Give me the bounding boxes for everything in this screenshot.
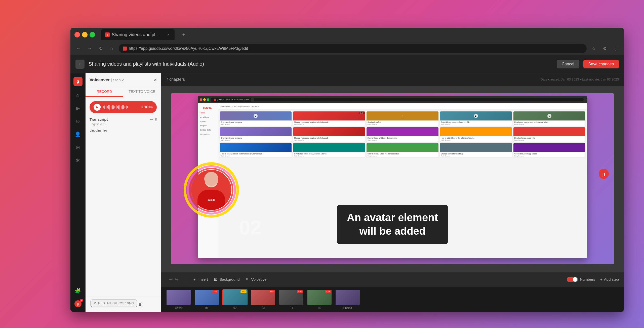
- video-title: How to add step-by-step on Intercom Arti…: [514, 121, 584, 123]
- inner-header-text: Sharing videos and playlists with Indivi…: [220, 105, 259, 107]
- filmstrip-badge-02: 3.0+: [240, 290, 247, 293]
- back-nav-button[interactable]: ←: [74, 45, 83, 53]
- video-author: Rudy Semons: [441, 124, 511, 125]
- minimize-button[interactable]: [82, 32, 88, 37]
- address-favicon: [123, 47, 127, 51]
- edit-transcript-button[interactable]: ✏: [150, 117, 153, 121]
- video-author: Rudy Semons: [221, 124, 291, 125]
- filmstrip-item-02[interactable]: 3.0+ 02: [222, 289, 248, 309]
- filmstrip-item-03[interactable]: 3.0+ 03: [251, 289, 276, 309]
- filmstrip-badge-03: 3.0+: [269, 290, 275, 293]
- video-grid: ▶ Sharing with your company Rudy Semons: [218, 109, 587, 159]
- forward-nav-button[interactable]: →: [86, 45, 94, 53]
- video-title: Sharing with your company: [221, 121, 291, 123]
- maximize-button[interactable]: [90, 32, 95, 37]
- left-sidebar: g ⌂ ▶ ⊙ 👤 ⊞ ✱ 🧩 g 9: [70, 73, 86, 312]
- video-card: Sharing videos and playlists with Indivi…: [293, 127, 365, 142]
- filmstrip-controls: ↩ ↪: [166, 277, 182, 282]
- home-button[interactable]: ⌂: [108, 45, 116, 53]
- copy-transcript-button[interactable]: ⎘: [155, 117, 157, 121]
- close-button[interactable]: [74, 32, 80, 37]
- voiceover-label: Voiceover: [251, 277, 268, 281]
- filmstrip-label-ending: Ending: [343, 306, 352, 309]
- panel-tabs: RECORD TEXT TO VOICE: [86, 87, 161, 97]
- voiceover-icon: 🎙: [245, 277, 250, 282]
- browser-addressbar: ← → ↻ ⌂ https://app.guidde.co/workflows/…: [70, 42, 624, 55]
- video-title: How to share a video in a Zendesk ticket: [368, 153, 437, 155]
- reload-button[interactable]: ↻: [97, 45, 105, 53]
- filmstrip-item-04[interactable]: 3.0+ 04: [279, 289, 304, 309]
- inner-sidebar-home: Home: [198, 111, 218, 115]
- filmstrip-item-ending[interactable]: Ending: [335, 289, 360, 309]
- video-author: Rudy Semons: [368, 139, 437, 141]
- insert-icon: +: [192, 277, 197, 282]
- app-body: g ⌂ ▶ ⊙ 👤 ⊞ ✱ 🧩 g 9 Voiceover | Step 2: [70, 73, 624, 312]
- filmstrip-item-01[interactable]: 3.0+ 01: [194, 289, 219, 309]
- video-card: 3.0+ Sharing videos and playlists with I…: [293, 111, 365, 126]
- delete-recording-button[interactable]: 🗑: [138, 302, 142, 307]
- sidebar-icon-grid[interactable]: ⊞: [74, 143, 82, 151]
- background-button[interactable]: 🖼 Background: [213, 277, 240, 282]
- address-bar[interactable]: https://app.guidde.co/workflows/56AyuH6K…: [119, 44, 587, 53]
- filmstrip-thumb-04: 3.0+: [279, 289, 304, 305]
- video-card: How to Share a Video in Conversation Rud…: [367, 127, 438, 142]
- sidebar-icon-search[interactable]: ⊙: [74, 117, 82, 125]
- video-card: Change notifications settings Rudy Semon…: [440, 143, 512, 157]
- video-title: Sharing with your company: [221, 137, 291, 139]
- add-step-icon: +: [600, 277, 602, 281]
- insert-button[interactable]: + Insert: [192, 277, 208, 282]
- tab-text-to-voice[interactable]: TEXT TO VOICE: [123, 87, 161, 97]
- audio-player: ▶: [90, 101, 157, 113]
- save-changes-button[interactable]: Save changes: [583, 60, 619, 68]
- person-figure: guidde: [191, 170, 231, 210]
- sidebar-icon-video[interactable]: ▶: [74, 104, 82, 112]
- filmstrip-item-cover[interactable]: Cover: [166, 289, 191, 309]
- transcript-language: English (US): [90, 122, 157, 126]
- voiceover-button[interactable]: 🎙 Voiceover: [245, 277, 268, 282]
- add-step-button[interactable]: + Add step: [600, 277, 619, 281]
- video-title: Connect to Zoom app upload: [514, 153, 584, 155]
- play-button[interactable]: ▶: [94, 104, 101, 111]
- sidebar-icon-settings[interactable]: ✱: [74, 156, 82, 165]
- filmstrip-item-05[interactable]: 3.0+ 05: [307, 289, 332, 309]
- video-title: Sharing videos and playlists with Indivi…: [294, 121, 364, 123]
- tab-close-button[interactable]: ×: [166, 32, 171, 37]
- restart-recording-button[interactable]: ↺ RESTART RECORDING: [91, 300, 137, 307]
- caption-text: An avatar elementwill be added: [347, 211, 438, 238]
- browser-tab[interactable]: g Sharing videos and playlists with ×: [101, 29, 175, 40]
- address-text: https://app.guidde.co/workflows/56AyuH6K…: [129, 46, 248, 51]
- inner-sidebar-integrations: Integrations: [198, 132, 218, 136]
- video-title: Sharing videos and playlists with Indivi…: [294, 137, 364, 139]
- inner-tab-title: Quick Guides for Guidde Space: [217, 98, 249, 101]
- numbers-toggle-switch[interactable]: [567, 277, 578, 282]
- cancel-button[interactable]: Cancel: [557, 60, 579, 68]
- inner-address: [254, 98, 584, 101]
- video-card: Sharing with your company Rudy Semons: [220, 127, 292, 142]
- redo-button[interactable]: ↪: [175, 277, 179, 282]
- sidebar-icon-puzzle[interactable]: 🧩: [74, 287, 82, 295]
- sidebar-icon-home[interactable]: ⌂: [74, 91, 82, 99]
- filmstrip-label-04: 04: [290, 306, 293, 309]
- panel-close-button[interactable]: ×: [154, 77, 157, 83]
- menu-button[interactable]: ⋮: [612, 45, 620, 53]
- extensions-button[interactable]: ⚙: [601, 45, 609, 53]
- inner-maximize: [207, 98, 209, 101]
- add-step-label: Add step: [604, 277, 619, 281]
- back-button[interactable]: ←: [75, 60, 85, 69]
- video-area: Quick Guides for Guidde Space guidde. Ho…: [161, 86, 624, 272]
- inner-tab: Quick Guides for Guidde Space: [211, 98, 251, 102]
- tab-record[interactable]: RECORD: [86, 87, 123, 97]
- new-tab-button[interactable]: +: [180, 31, 188, 39]
- undo-button[interactable]: ↩: [169, 277, 173, 282]
- bookmark-button[interactable]: ☆: [590, 45, 598, 53]
- caption-overlay: An avatar elementwill be added: [337, 205, 448, 244]
- video-author: Rudy Semons: [294, 155, 364, 157]
- audio-waveform: [103, 104, 138, 110]
- tab-favicon: g: [105, 32, 110, 37]
- inner-main-header: Sharing videos and playlists with Indivi…: [218, 103, 587, 109]
- sidebar-icon-person[interactable]: 👤: [74, 130, 82, 138]
- step-number: 02: [239, 216, 261, 239]
- inner-minimize: [203, 98, 206, 101]
- filmstrip-thumb-ending: [335, 289, 360, 305]
- inner-logo: guidde.: [198, 105, 218, 111]
